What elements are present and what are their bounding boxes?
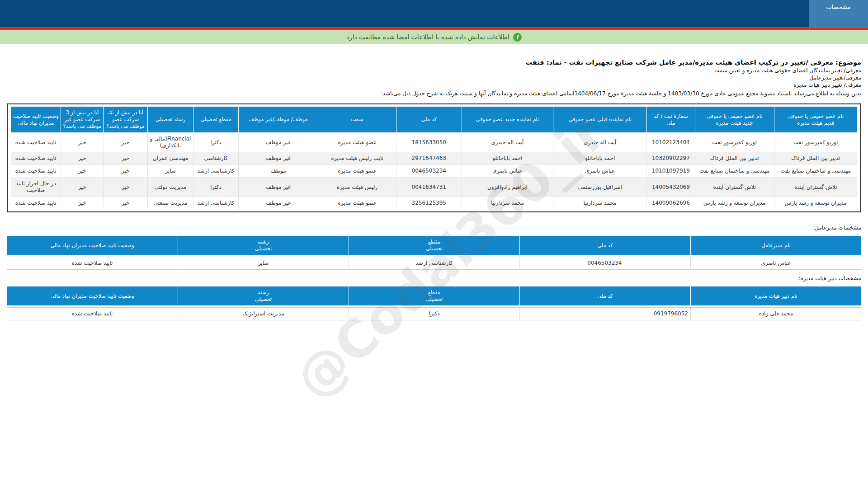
table-cell: 1815633050 (396, 133, 462, 152)
table-cell: عباس ناصری (690, 257, 861, 270)
intro-block: موضوع: معرفی /تغییر در ترکیب اعضای هیئت … (7, 58, 861, 97)
table-row: محمد قلی زاده0919796052دکترامدیریت استرا… (7, 307, 861, 320)
column-header: سمت (318, 107, 396, 133)
table-cell: خیر (61, 197, 104, 210)
top-navigation-bar: مشخصات (0, 0, 868, 27)
column-header: نام نماینده قبلی عضو حقوقی (553, 107, 647, 133)
tab-moshakhasat[interactable]: مشخصات (809, 0, 868, 28)
table-cell: مدیریت دولتی (147, 178, 193, 197)
table-cell: احمد باباخانلو (553, 152, 647, 165)
table-cell: 2971647463 (396, 152, 462, 165)
column-header: آیا در بیش از یک شرکت عضو موظف می باشد؟ (104, 107, 148, 133)
table-cell: غیر موظف (238, 197, 318, 210)
table-cell: کارشناسی ارشد (193, 197, 239, 210)
table-cell: رئیس هیئت مدیره (318, 178, 396, 197)
column-header: کد ملی (396, 107, 462, 133)
board-table-frame: نام عضو حقیقی یا حقوقی قدیم هیئت مدیرهنا… (7, 103, 861, 212)
table-cell: عضو هیئت مدیره (318, 133, 396, 152)
table-cell: خیر (61, 178, 104, 197)
table-cell: خیر (61, 152, 104, 165)
table-cell: تایید صلاحیت شده (11, 197, 61, 210)
column-header: وضعیت تایید صلاحیت مدیران نهاد مالی (7, 236, 178, 255)
secretary-section-label: مشخصات دبیر هیات مدیره: (7, 275, 861, 282)
table-cell: نایب رئیس هیئت مدیره (318, 152, 396, 165)
alert-text: اطلاعات نمایش داده شده با اطلاعات امضا ش… (347, 33, 509, 41)
table-cell: 0041634731 (396, 178, 462, 197)
table-cell: عضو هیئت مدیره (318, 165, 396, 178)
ceo-section: مشخصات مدیرعامل: نام مدیرعاملکد ملیمقطع … (7, 225, 861, 272)
table-cell: محمد سردارنیا (462, 197, 553, 210)
ceo-section-label: مشخصات مدیرعامل: (7, 225, 861, 231)
table-row: تلاش گستران آیندهتلاش گستران آینده140054… (11, 178, 857, 197)
table-cell: 0919796052 (519, 307, 690, 320)
table-cell: مدیریت صنعتی (147, 197, 193, 210)
column-header: نام مدیرعامل (690, 236, 861, 255)
table-cell: خیر (104, 133, 148, 152)
table-cell: مدیران توسعه و رشد پارس (695, 197, 774, 210)
table-cell: تلاش گستران آینده (695, 178, 774, 197)
board-members-table: نام عضو حقیقی یا حقوقی قدیم هیئت مدیرهنا… (11, 107, 857, 209)
table-cell: خیر (104, 165, 148, 178)
table-cell: ابراهیم رادوافزون (462, 178, 553, 197)
table-cell: آیت اله حیدری (462, 133, 553, 152)
table-cell: 10101097919 (646, 165, 695, 178)
column-header: مقطع تحصیلی (349, 286, 519, 305)
table-cell: احمد باباخانلو (462, 152, 553, 165)
table-cell: مهندسی و ساختمان صنایع نفت (695, 165, 774, 178)
table-cell: غیر موظف (238, 133, 318, 152)
column-header: نام دبیر هیات مدیره (690, 286, 861, 305)
table-cell: موظف (238, 165, 318, 178)
table-cell: تایید صلاحیت شده (11, 165, 61, 178)
column-header: رشته تحصیلی (147, 107, 193, 133)
table-cell: دکترا (193, 178, 239, 197)
table-cell: اسرافیل پوررستمی (553, 178, 647, 197)
column-header: نام عضو حقیقی یا حقوقی قدیم هیئت مدیره (774, 107, 857, 133)
secretary-table: نام دبیر هیات مدیرهکد ملیمقطع تحصیلیرشته… (7, 285, 861, 322)
table-cell: خیر (61, 165, 104, 178)
table-cell: عباس ناصری (462, 165, 553, 178)
column-header: آیا در بیش از 3 شرکت عضو غیر موظف می باش… (61, 107, 104, 133)
table-cell: 0046503234 (519, 257, 690, 270)
column-header: مقطع تحصیلی (193, 107, 239, 133)
column-header: کد ملی (519, 286, 690, 305)
table-row: مهندسی و ساختمان صنایع نفتمهندسی و ساختم… (11, 165, 857, 178)
column-header: وضعیت تایید صلاحیت مدیران نهاد مالی (7, 286, 178, 305)
table-cell: سایر (178, 257, 349, 270)
table-cell: غیر موظف (238, 152, 318, 165)
table-cell: سایر (147, 165, 193, 178)
table-cell: 14005432069 (646, 178, 695, 197)
intro-line: معرفی/تغییر مدیرعامل (7, 74, 861, 81)
table-cell: تدبیر بین الملل فرتاک (695, 152, 774, 165)
table-cell: تدبیر بین الملل فرتاک (774, 152, 857, 165)
table-cell: در حال احراز تایید صلاحیت (11, 178, 61, 197)
table-cell: توربو کمپرسور نفت (695, 133, 774, 152)
intro-line: معرفی/ تغییر دبیر هیات مدیره (7, 81, 861, 89)
table-cell: 3256125395 (396, 197, 462, 210)
intro-line: معرفی/ تغییر نمایندگان اعضای حقوقی هیئت … (7, 67, 861, 74)
column-header: شمارهٔ ثبت / کد ملی (646, 107, 695, 133)
subject-title: موضوع: معرفی /تغییر در ترکیب اعضای هیئت … (7, 58, 861, 67)
column-header: رشته تحصیلی (178, 286, 349, 305)
signature-match-alert: i اطلاعات نمایش داده شده با اطلاعات امضا… (0, 30, 868, 44)
column-header: وضعیت تایید صلاحیت مدیران نهاد مالی (11, 107, 61, 133)
table-cell: مهندسی و ساختمان صنایع نفت (774, 165, 857, 178)
table-row: توربو کمپرسور نفتتوربو کمپرسور نفت101021… (11, 133, 857, 152)
intro-statement: بدین وسیله به اطلاع می‌رساند باستناد مصو… (7, 90, 861, 97)
table-cell: کارشناسی ارشد (193, 165, 239, 178)
table-cell: محمد قلی زاده (690, 307, 861, 320)
table-cell: عضو هیئت مدیره (318, 197, 396, 210)
table-cell: 10102123404 (646, 133, 695, 152)
table-cell: 0046503234 (396, 165, 462, 178)
column-header: موظف/ موظف/غیر موظف (238, 107, 318, 133)
table-cell: کارشناسی ارشد (349, 257, 519, 270)
table-cell: تایید صلاحیت شده (7, 307, 178, 320)
table-cell: کارشناسی (193, 152, 239, 165)
main-content: موضوع: معرفی /تغییر در ترکیب اعضای هیئت … (7, 58, 861, 322)
column-header: رشته تحصیلی (178, 236, 349, 255)
column-header: مقطع تحصیلی (349, 236, 519, 255)
info-icon: i (513, 33, 522, 42)
table-cell: تایید صلاحیت شده (7, 257, 178, 270)
table-cell: مهندسی عمران (147, 152, 193, 165)
table-cell: آیت اله حیدری (553, 133, 647, 152)
table-cell: مدیریت استراتژیک (178, 307, 349, 320)
